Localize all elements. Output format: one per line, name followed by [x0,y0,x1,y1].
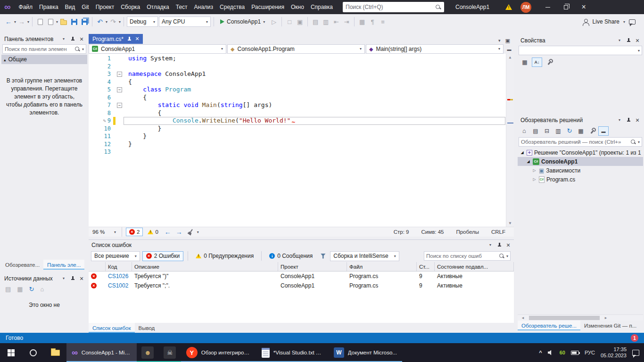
code-line[interactable]: 1using System; [89,55,514,63]
error-col-header[interactable]: Описание [132,262,278,271]
menu-item[interactable]: Средства [216,2,248,12]
menu-item[interactable]: Отладка [143,2,172,12]
pin-icon[interactable] [127,36,132,42]
close-window-button[interactable] [575,0,593,14]
tab-server-explorer[interactable]: Обозревате... [1,260,43,270]
taskbar-game-2[interactable] [159,343,181,362]
pin-icon[interactable] [627,117,631,123]
code-line[interactable]: 12} [89,140,514,148]
user-avatar[interactable]: ЛМ [520,2,531,13]
close-icon[interactable] [635,117,640,123]
editor-warnings-indicator[interactable]: 0 [145,228,161,236]
error-code[interactable]: CS1002 [106,281,132,290]
refresh-button[interactable] [564,126,575,136]
toolbar-icon[interactable] [295,16,305,27]
messages-filter-button[interactable]: 0 Сообщения [266,251,316,261]
error-col-header[interactable]: Ст... [417,262,435,271]
scroll-up-icon[interactable] [509,54,512,61]
error-scope-dropdown[interactable]: Все решение [91,251,140,261]
solution-explorer-header[interactable]: Обозреватель решений [518,115,643,125]
error-source-dropdown[interactable]: Сборка и IntelliSense [330,251,399,261]
minimize-button[interactable] [539,0,557,14]
toolbar-icon[interactable] [368,16,377,27]
collapse-region-box[interactable]: − [117,87,122,92]
solution-explorer-hscrollbar[interactable] [518,314,643,321]
next-issue-button[interactable] [174,227,184,237]
indent-button[interactable] [342,16,351,27]
window-menu-icon[interactable] [617,118,622,122]
scrollbar-track[interactable] [506,61,514,220]
language-indicator[interactable]: РУС [585,350,595,355]
scroll-down-icon[interactable] [509,220,512,227]
chevron-down-icon[interactable] [638,140,640,144]
collapse-arrow-icon[interactable]: ◢ [520,150,525,155]
error-list-search-input[interactable] [426,253,497,259]
preview-selected-items-button[interactable] [598,126,609,136]
taskbar-explorer[interactable] [44,343,66,362]
toolbar-icon[interactable] [285,16,294,27]
code-line[interactable]: 9 Console.WriteLine("Hello World!"~ [89,117,514,125]
window-menu-icon[interactable] [61,276,66,280]
toolbox-search[interactable] [2,44,86,54]
error-code[interactable]: CS1026 [106,272,132,281]
collapse-region-box[interactable]: − [117,72,122,77]
menu-item[interactable]: Проект [92,2,118,12]
tab-toolbox[interactable]: Панель эле... [43,260,84,270]
code-line[interactable]: 4{ [89,78,514,86]
code-line[interactable]: 8 { [89,109,514,117]
solution-platform-dropdown[interactable]: Any CPU [159,16,211,27]
document-tab-program-cs[interactable]: Program.cs* [89,34,143,44]
split-window-button[interactable] [504,44,514,54]
member-dropdown[interactable]: Main(string[] args) [366,44,504,54]
menu-item[interactable]: Расширения [248,2,288,12]
chevron-down-icon[interactable] [14,20,16,24]
error-row[interactable]: CS1026Требуется ")"ConsoleApp1Program.cs… [89,272,514,281]
notification-badge[interactable]: 1 [631,334,638,342]
expand-arrow-icon[interactable]: ▷ [532,177,537,181]
error-col-icon[interactable] [89,262,106,271]
project-dropdown[interactable]: ConsoleApp1 [89,44,226,54]
error-row[interactable]: CS1002Требуется ";".ConsoleApp1Program.c… [89,281,514,290]
new-file-button[interactable] [35,16,45,27]
quick-search-input[interactable] [346,4,435,10]
collapse-region-box[interactable]: − [117,103,122,108]
code-line[interactable]: 3−namespace ConsoleApp1 [89,70,514,78]
expand-arrow-icon[interactable]: ▷ [532,168,537,173]
taskbar-search[interactable] [22,343,44,362]
outdent-button[interactable] [331,16,341,27]
refresh-icon[interactable] [29,286,34,293]
solution-explorer-search[interactable] [519,137,642,147]
toolbox-group-general[interactable]: Общие [1,55,87,64]
error-col-header[interactable]: Файл [347,262,417,271]
home-button[interactable] [519,126,529,136]
chevron-down-icon[interactable] [106,20,107,24]
nest-files-button[interactable] [576,126,586,136]
add-data-source-icon[interactable] [5,286,11,293]
error-col-header[interactable]: Состояние подавл... [435,262,514,271]
window-menu-icon[interactable] [617,38,622,42]
tab-error-list[interactable]: Список ошибок [89,323,135,333]
errors-filter-button[interactable]: 2 Ошибки [142,251,184,261]
start-without-debugging-button[interactable] [269,16,279,27]
configure-data-source-icon[interactable] [17,286,23,293]
navigate-forward-button[interactable] [17,16,26,27]
pin-icon[interactable] [71,36,75,42]
previous-issue-button[interactable] [163,227,173,237]
switch-views-button[interactable] [530,126,541,136]
quick-search[interactable] [343,2,444,12]
battery-icon[interactable] [571,351,579,355]
taskbar-start[interactable] [0,343,22,362]
warnings-filter-button[interactable]: 0 Предупреждения [192,251,257,261]
hidden-icons-chevron[interactable]: ^ [539,350,542,355]
menu-item[interactable]: Вид [62,2,79,12]
close-icon[interactable] [135,35,139,42]
close-icon[interactable] [505,242,511,248]
tree-item[interactable]: ▷C#Program.cs [518,175,643,184]
code-line[interactable]: 5− class Program [89,86,514,94]
code-cleanup-button[interactable] [186,227,195,237]
document-list-dropdown-icon[interactable] [498,38,501,43]
zoom-dropdown[interactable]: 96 % [91,229,118,235]
redo-button[interactable] [108,16,118,27]
collapse-all-button[interactable] [542,126,552,136]
start-debugging-button[interactable]: ConsoleApp1 [217,16,268,27]
